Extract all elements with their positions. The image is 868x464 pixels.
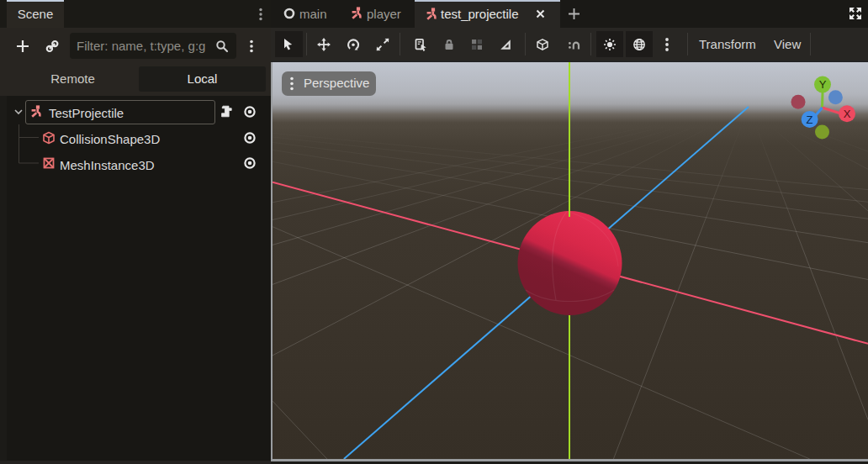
svg-text:X: X <box>844 108 851 120</box>
svg-text:Perspective: Perspective <box>304 76 369 90</box>
svg-text:Z: Z <box>807 113 813 126</box>
svg-text:Y: Y <box>819 78 827 91</box>
